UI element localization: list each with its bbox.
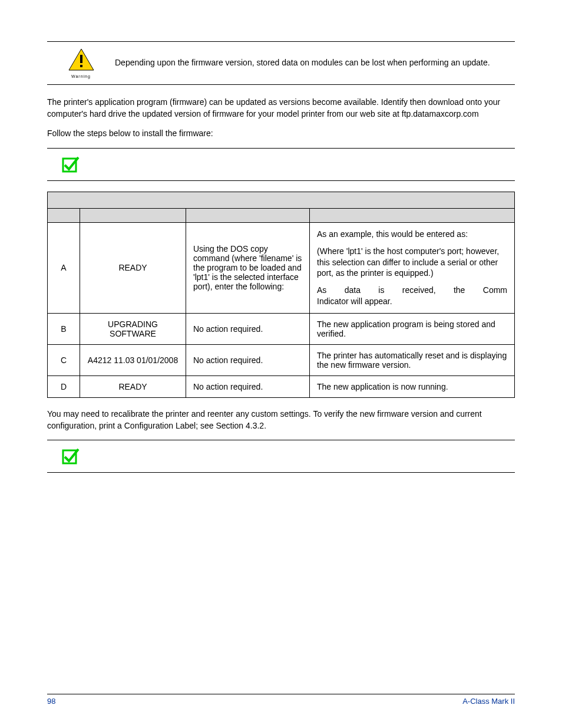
warning-icon-wrap: Warning [47, 48, 115, 78]
display-cell: UPGRADING SOFTWARE [80, 314, 186, 345]
warning-callout: Warning Depending upon the firmware vers… [47, 41, 515, 85]
step-cell: B [48, 314, 80, 345]
closing-paragraph: You may need to recalibrate the printer … [47, 409, 515, 431]
action-cell: No action required. [186, 376, 310, 398]
table-row: B UPGRADING SOFTWARE No action required.… [48, 314, 515, 345]
warning-label: Warning [47, 74, 115, 78]
svg-rect-1 [80, 55, 82, 63]
note-box-1 [47, 148, 515, 181]
checkmark-icon [62, 448, 80, 465]
table-row: C A4212 11.03 01/01/2008 No action requi… [48, 345, 515, 376]
comments-cell: The new application program is being sto… [310, 314, 515, 345]
step-cell: D [48, 376, 80, 398]
warning-triangle-icon [68, 48, 95, 71]
comment-line: As data is received, the Comm Indicator … [317, 285, 507, 307]
page-footer: 98 A-Class Mark II [47, 694, 515, 706]
note-box-2 [47, 440, 515, 473]
action-cell: No action required. [186, 314, 310, 345]
step-cell: C [48, 345, 80, 376]
warning-text: Depending upon the firmware version, sto… [115, 57, 515, 69]
table-header-row [48, 208, 515, 222]
step-cell: A [48, 222, 80, 313]
table-row: A READY Using the DOS copy command (wher… [48, 222, 515, 313]
table-title-row [48, 192, 515, 208]
intro-paragraph-2: Follow the steps below to install the fi… [47, 128, 515, 140]
footer-title: A-Class Mark II [462, 697, 515, 706]
display-cell: READY [80, 222, 186, 313]
display-cell: A4212 11.03 01/01/2008 [80, 345, 186, 376]
comments-cell: As an example, this would be entered as:… [310, 222, 515, 313]
svg-rect-2 [80, 65, 82, 67]
action-cell: No action required. [186, 345, 310, 376]
checkmark-icon [62, 156, 80, 173]
intro-paragraph-1: The printer's application program (firmw… [47, 97, 515, 120]
comments-cell: The new application is now running. [310, 376, 515, 398]
comment-line: (Where 'lpt1' is the host computer's por… [317, 246, 507, 279]
steps-table: A READY Using the DOS copy command (wher… [47, 192, 515, 398]
page-number: 98 [47, 697, 55, 706]
comment-line: As an example, this would be entered as: [317, 229, 507, 240]
display-cell: READY [80, 376, 186, 398]
table-row: D READY No action required. The new appl… [48, 376, 515, 398]
action-cell: Using the DOS copy command (where 'filen… [186, 222, 310, 313]
comments-cell: The printer has automatically reset and … [310, 345, 515, 376]
